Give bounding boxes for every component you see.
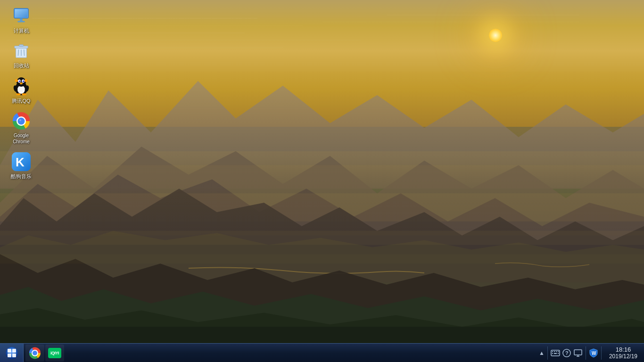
svg-point-33	[19, 81, 20, 82]
svg-point-55	[33, 351, 37, 355]
svg-rect-60	[558, 351, 559, 352]
chrome-icon-label: Google Chrome	[7, 132, 36, 145]
taskbar-apps: iQIYI	[24, 344, 66, 362]
cloud-streak	[322, 22, 579, 22]
svg-rect-10	[0, 254, 644, 263]
svg-rect-50	[12, 349, 16, 353]
svg-marker-7	[0, 231, 644, 306]
svg-rect-22	[19, 45, 23, 47]
desktop-icon-chrome[interactable]: Google Chrome	[5, 110, 38, 147]
svg-marker-11	[0, 287, 644, 343]
svg-rect-49	[8, 349, 11, 353]
qq-icon-label: 腾讯QQ	[12, 98, 30, 104]
tray-shield-icon[interactable]: W	[589, 348, 598, 358]
taskbar-chrome[interactable]	[25, 345, 44, 362]
clock-area[interactable]: 18:16 2019/12/19	[604, 344, 642, 362]
cloud-streak	[26, 47, 283, 48]
desktop-icon-kugou[interactable]: K 酷狗音乐	[5, 150, 38, 181]
system-tray: ▲ ?	[537, 344, 644, 362]
start-button[interactable]	[0, 344, 24, 362]
svg-line-23	[18, 49, 18, 56]
cloud-streak	[51, 33, 245, 33]
clock-time: 18:16	[616, 346, 631, 354]
clock-date: 2019/12/19	[609, 353, 637, 360]
svg-rect-51	[8, 354, 11, 357]
svg-point-28	[17, 77, 26, 87]
svg-point-45	[19, 119, 21, 121]
tray-display-icon[interactable]	[573, 348, 583, 358]
svg-marker-12	[0, 308, 644, 343]
svg-rect-18	[17, 21, 25, 22]
svg-rect-2	[0, 151, 644, 189]
svg-rect-9	[0, 231, 644, 245]
svg-point-48	[6, 347, 18, 359]
cloud-streak	[129, 11, 515, 11]
svg-marker-6	[0, 189, 644, 282]
tray-separator	[547, 346, 548, 360]
svg-text:?: ?	[565, 350, 569, 356]
tray-separator-3	[601, 346, 602, 360]
tray-separator-2	[586, 346, 586, 360]
svg-rect-58	[554, 351, 555, 352]
kugou-icon: K	[12, 152, 31, 171]
svg-rect-61	[552, 353, 553, 354]
svg-point-34	[23, 81, 24, 82]
svg-marker-4	[0, 174, 644, 259]
computer-icon	[12, 7, 31, 25]
svg-point-35	[20, 82, 23, 84]
svg-rect-17	[20, 18, 23, 21]
recycle-icon-label: 回收站	[14, 62, 29, 69]
svg-point-44	[18, 117, 25, 124]
svg-marker-8	[0, 254, 644, 324]
svg-rect-14	[0, 165, 644, 236]
tray-help-icon[interactable]: ?	[562, 348, 571, 358]
svg-point-37	[25, 79, 27, 82]
svg-point-36	[15, 79, 18, 82]
svg-rect-63	[558, 353, 559, 354]
tray-keyboard-icon[interactable]	[551, 348, 560, 358]
desktop: 计算机 回收站	[0, 0, 644, 362]
svg-rect-13	[0, 327, 644, 343]
kugou-icon-label: 酷狗音乐	[11, 173, 32, 180]
svg-rect-62	[554, 353, 557, 354]
svg-text:W: W	[592, 351, 596, 356]
desktop-icons: 计算机 回收站	[5, 5, 38, 181]
desktop-icon-computer[interactable]: 计算机	[5, 5, 38, 36]
iqiyi-icon: iQIYI	[48, 348, 61, 358]
cloud-streak	[387, 15, 580, 16]
svg-point-39	[22, 93, 26, 95]
taskbar: iQIYI ▲	[0, 343, 644, 362]
chrome-icon	[12, 112, 31, 131]
svg-line-25	[24, 49, 25, 56]
computer-icon-label: 计算机	[14, 27, 29, 34]
cloud-streak	[13, 25, 303, 26]
svg-marker-3	[0, 147, 644, 240]
tray-chevron-button[interactable]: ▲	[539, 350, 545, 356]
svg-rect-19	[15, 9, 28, 17]
svg-point-38	[16, 93, 21, 95]
desktop-icon-recycle[interactable]: 回收站	[5, 40, 38, 71]
recycle-icon	[12, 41, 31, 60]
svg-rect-52	[12, 354, 16, 357]
sky-background	[0, 0, 644, 127]
desktop-icon-qq[interactable]: 腾讯QQ	[5, 75, 38, 106]
svg-text:K: K	[16, 155, 25, 169]
qq-icon	[12, 77, 31, 96]
svg-rect-66	[574, 350, 582, 355]
svg-rect-5	[0, 193, 644, 222]
taskbar-iqiyi[interactable]: iQIYI	[45, 345, 64, 362]
svg-rect-59	[556, 351, 557, 352]
svg-rect-57	[552, 351, 553, 352]
